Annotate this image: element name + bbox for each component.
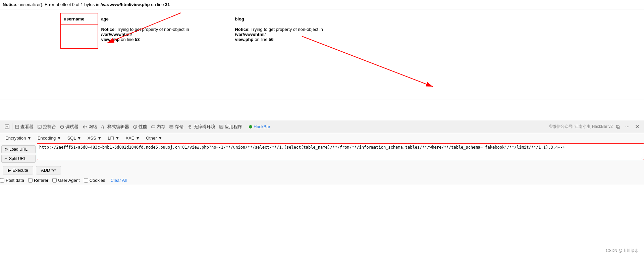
devtools-undock-btn[interactable]: ⧉ (614, 122, 622, 131)
cookies-label: Cookies (90, 178, 105, 183)
menu-lfi-label: LFI (108, 136, 114, 141)
post-data-label: Post data (6, 178, 24, 183)
execute-label: Execute (12, 168, 28, 173)
referer-checkbox-label[interactable]: Referer (28, 178, 48, 183)
blog-notice: Notice: Trying to get property of non-ob… (235, 27, 323, 42)
hackbar-main: ⚙ Load URL ✂ Split URL (0, 143, 644, 165)
hackbar-menubar: Encryption ▼ Encoding ▼ SQL ▼ XSS ▼ LFI … (0, 133, 644, 143)
menu-lfi[interactable]: LFI ▼ (105, 135, 122, 142)
username-value-cell (61, 25, 98, 48)
menu-encoding-arrow: ▼ (57, 136, 61, 141)
user-agent-label: User Agent (58, 178, 79, 183)
devtools-tab-application[interactable]: 应用程序 (217, 122, 244, 131)
age-notice-line-text: on line (120, 37, 135, 42)
data-table: username age blog Notice: Trying to get … (60, 13, 367, 49)
svg-rect-6 (38, 125, 41, 128)
add-label: ADD */* (41, 168, 56, 173)
hackbar-dot (249, 125, 252, 128)
menu-sql[interactable]: SQL ▼ (65, 135, 84, 142)
menu-xxe[interactable]: XXE ▼ (123, 135, 143, 142)
menu-xss-arrow: ▼ (97, 136, 102, 141)
devtools-tab-console[interactable]: 控制台 (36, 122, 58, 131)
execute-icon: ▶ (8, 168, 11, 173)
user-agent-checkbox[interactable] (52, 178, 57, 183)
age-notice-line: 53 (135, 37, 140, 42)
devtools-tab-hackbar[interactable]: HackBar (246, 123, 274, 131)
devtools-tab-accessibility[interactable]: 无障碍环境 (185, 122, 217, 131)
referer-checkbox[interactable] (28, 178, 33, 183)
blog-notice-keyword: Notice (235, 27, 248, 32)
age-notice-keyword: Notice (101, 27, 114, 32)
devtools-right-controls: ©微信公众号: 江南小虫 HackBar v2 ⧉ ··· ✕ (549, 122, 641, 131)
devtools-tab-debugger[interactable]: 调试器 (58, 122, 80, 131)
menu-xss-label: XSS (88, 136, 96, 141)
devtools-wrapper: 查看器 控制台 调试器 网络 {} 样式编辑器 性能 内存 存储 (0, 120, 644, 185)
menu-sql-label: SQL (67, 136, 76, 141)
bottom-credit: CSDN @山川绿水 (606, 248, 639, 254)
age-notice: Notice: Trying to get property of non-ob… (101, 27, 189, 42)
hackbar-watermark-top: ©微信公众号: 江南小虫 HackBar v2 (549, 124, 613, 130)
blog-notice-cell: Notice: Trying to get property of non-ob… (232, 25, 366, 48)
referer-label: Referer (34, 178, 48, 183)
svg-rect-15 (220, 127, 222, 128)
menu-xss[interactable]: XSS ▼ (85, 135, 105, 142)
devtools-viewer-label: 查看器 (20, 124, 34, 130)
main-content: username age blog Notice: Trying to get … (0, 9, 644, 100)
post-data-checkbox-label[interactable]: Post data (0, 178, 24, 183)
add-button[interactable]: ADD */* (36, 166, 61, 174)
url-input[interactable] (37, 143, 644, 160)
menu-lfi-arrow: ▼ (115, 136, 120, 141)
menu-encryption-label: Encryption (5, 136, 26, 141)
devtools-storage-label: 存储 (175, 124, 183, 130)
devtools-tab-storage[interactable]: 存储 (167, 122, 185, 131)
devtools-tab-style-editor[interactable]: {} 样式编辑器 (99, 122, 131, 131)
split-url-button[interactable]: ✂ Split URL (1, 155, 36, 163)
menu-encryption-arrow: ▼ (27, 136, 32, 141)
notice-keyword: Notice (3, 2, 16, 7)
empty-space (0, 100, 644, 120)
devtools-tab-performance[interactable]: 性能 (131, 122, 149, 131)
menu-sql-arrow: ▼ (77, 136, 82, 141)
split-url-label: Split URL (9, 156, 26, 161)
menu-encoding[interactable]: Encoding ▼ (35, 135, 64, 142)
svg-rect-11 (170, 125, 173, 126)
execute-button[interactable]: ▶ Execute (3, 166, 33, 174)
menu-xxe-label: XXE (125, 136, 134, 141)
devtools-tab-memory[interactable]: 内存 (149, 122, 167, 131)
devtools-more-btn[interactable]: ··· (623, 122, 632, 131)
load-url-button[interactable]: ⚙ Load URL (1, 145, 36, 153)
hackbar-tab-label: HackBar (254, 124, 270, 129)
cookies-checkbox[interactable] (84, 178, 88, 183)
menu-other[interactable]: Other ▼ (143, 135, 165, 142)
devtools-close-btn[interactable]: ✕ (633, 122, 641, 131)
devtools-bar: 查看器 控制台 调试器 网络 {} 样式编辑器 性能 内存 存储 (0, 120, 644, 133)
age-notice-cell: Notice: Trying to get property of non-ob… (98, 25, 232, 48)
svg-rect-5 (15, 125, 19, 128)
hackbar-center (37, 143, 644, 160)
devtools-performance-label: 性能 (139, 124, 147, 130)
clear-all-label: Clear All (111, 178, 127, 183)
blog-notice-text: : Trying to get property of non-object i… (248, 27, 323, 32)
menu-other-label: Other (146, 136, 157, 141)
menu-encryption[interactable]: Encryption ▼ (3, 135, 34, 142)
notice-line-text: on line (150, 2, 165, 7)
hackbar-left: ⚙ Load URL ✂ Split URL (0, 143, 37, 165)
cookies-checkbox-label[interactable]: Cookies (84, 178, 105, 183)
devtools-inspector-icon[interactable] (3, 123, 11, 131)
devtools-tab-viewer[interactable]: 查看器 (13, 122, 36, 131)
devtools-memory-label: 内存 (157, 124, 165, 130)
blog-notice-line-text: on line (254, 37, 269, 42)
clear-all-button[interactable]: Clear All (109, 177, 128, 184)
devtools-tab-network[interactable]: 网络 (80, 122, 99, 131)
bottom-credit-text: CSDN @山川绿水 (606, 248, 639, 253)
post-data-checkbox[interactable] (0, 178, 4, 183)
split-url-icon: ✂ (4, 156, 8, 161)
age-notice-text: : Trying to get property of non-object i… (114, 27, 189, 32)
devtools-style-editor-label: 样式编辑器 (107, 124, 129, 130)
devtools-accessibility-label: 无障碍环境 (194, 124, 215, 130)
col-header-username: username (61, 13, 98, 25)
user-agent-checkbox-label[interactable]: User Agent (52, 178, 79, 183)
svg-text:{}: {} (101, 125, 104, 129)
notice-line: 31 (165, 2, 170, 7)
col-header-blog: blog (232, 13, 366, 25)
